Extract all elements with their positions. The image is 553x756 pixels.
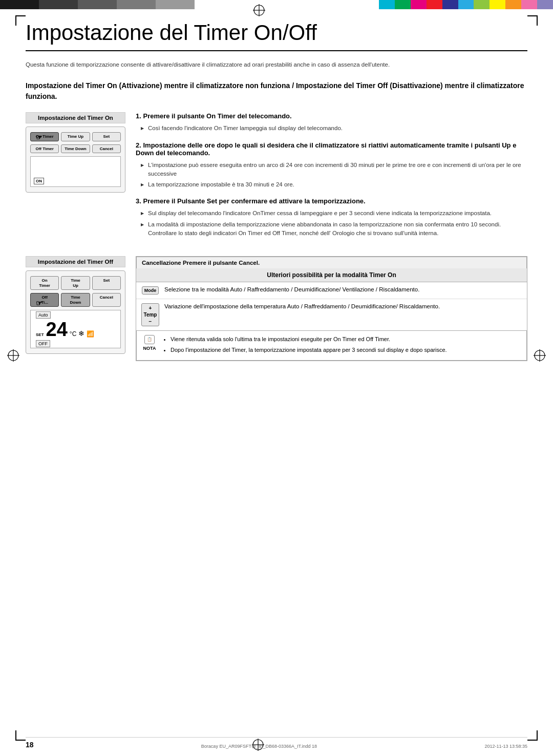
screen-fan-icon: ❄ (78, 329, 84, 338)
off-remote-buttons-top: OnTimer TimeUp Set (30, 276, 121, 290)
temp-button-icon[interactable]: + Temp − (141, 303, 160, 326)
step-3-bullets: Sul display del telecomando l'indicatore… (136, 209, 527, 238)
corner-mark-tr (527, 15, 538, 26)
step-3-title: 3. Premere il Pulsante Set per confermar… (136, 197, 527, 205)
footer-filename: Boracay EU_AR09FSFT@_IB_DB68-03366A_IT.i… (201, 744, 317, 749)
screen-signal-icon: 📶 (87, 330, 94, 338)
cancellazione-row: Cancellazione Premere il pulsante Cancel… (136, 257, 527, 268)
btn-time-up[interactable]: Time Up (61, 132, 90, 141)
nota-bullet-list: Viene ritenuta valida solo l'ultima tra … (162, 335, 447, 354)
ulteriori-table: Mode Selezione tra le modalità Auto / Ra… (136, 282, 527, 330)
nota-document-icon: 📋 (144, 335, 155, 344)
off-btn-set[interactable]: Set (92, 276, 121, 290)
off-btn-off-timer[interactable]: OffTi... ☞ (30, 293, 59, 307)
nota-bullet-1: Viene ritenuta valida solo l'ultima tra … (171, 335, 447, 344)
on-timer-remote: On Timer ☞ Time Up Set Off Timer T (26, 127, 125, 193)
intro-text: Questa funzione di temporizzazione conse… (26, 60, 527, 69)
step-1: 1. Premere il pulsante On Timer del tele… (136, 112, 527, 133)
corner-mark-bl (15, 730, 26, 741)
remote-buttons-top: On Timer ☞ Time Up Set (30, 132, 121, 141)
on-timer-left-panel: Impostazione del Timer On On Timer ☞ Tim… (26, 112, 125, 246)
screen-on-indicator: ON (34, 178, 44, 184)
mode-button-icon[interactable]: Mode (142, 286, 159, 295)
off-btn-time-up[interactable]: TimeUp (61, 276, 90, 290)
step-2-bullet-2: La temporizzazione impostabile è tra 30 … (141, 180, 527, 189)
btn-time-down[interactable]: Time Down (61, 144, 90, 154)
page-number: 18 (26, 741, 34, 749)
steps-list: 1. Premere il pulsante On Timer del tele… (136, 112, 527, 238)
off-btn-time-down[interactable]: TimeDown (61, 293, 90, 307)
ulteriori-mode-text: Selezione tra le modalità Auto / Raffred… (164, 286, 419, 292)
ulteriori-heading: Ulteriori possibilità per la modalità Ti… (136, 268, 527, 282)
corner-mark-tl (15, 15, 26, 26)
off-timer-label: Impostazione del Timer Off (26, 256, 125, 267)
off-btn-cancel[interactable]: Cancel (92, 293, 121, 307)
step-3: 3. Premere il Pulsante Set per confermar… (136, 197, 527, 238)
ulteriori-row-temp: + Temp − Variazione dell'impostazione de… (136, 299, 527, 330)
on-timer-label: Impostazione del Timer On (26, 112, 125, 123)
btn-on-timer[interactable]: On Timer ☞ (30, 132, 59, 141)
off-remote-buttons-bottom: OffTi... ☞ TimeDown Cancel (30, 293, 121, 307)
nota-icon-area: 📋 NOTA (142, 335, 157, 352)
remote-buttons-bottom: Off Timer Time Down Cancel (30, 144, 121, 154)
nota-label: NOTA (143, 345, 156, 352)
step-3-bullet-2: La modalità di impostazione della tempor… (141, 220, 527, 238)
btn-set[interactable]: Set (92, 132, 121, 141)
screen-off-label: OFF (36, 340, 50, 347)
step-1-title: 1. Premere il pulsante On Timer del tele… (136, 112, 527, 120)
footer-timestamp: 2012-11-13 13:58:35 (484, 744, 527, 749)
btn-off-timer[interactable]: Off Timer (30, 144, 59, 154)
off-timer-right-panel: Cancellazione Premere il pulsante Cancel… (136, 256, 527, 361)
on-timer-right-panel: 1. Premere il pulsante On Timer del tele… (136, 112, 527, 246)
nota-box: 📋 NOTA Viene ritenuta valida solo l'ulti… (136, 330, 527, 361)
registration-mark-right (533, 348, 547, 365)
nota-content: Viene ritenuta valida solo l'ultima tra … (162, 335, 447, 356)
step-2-bullet-1: L'impostazione può essere eseguita entro… (141, 161, 527, 179)
step-3-bullet-1: Sul display del telecomando l'indicatore… (141, 209, 527, 218)
off-finger-icon: ☞ (36, 299, 42, 308)
on-timer-section: Impostazione del Timer On On Timer ☞ Tim… (26, 112, 527, 246)
ulteriori-temp-text: Variazione dell'impostazione della tempe… (164, 303, 440, 309)
screen-set-label: SET (36, 332, 44, 337)
temp-icon-cell: + Temp − (141, 303, 159, 326)
off-timer-remote: OnTimer TimeUp Set OffTi... ☞ Time (26, 270, 125, 354)
section-heading: Impostazione del Timer On (Attivazione) … (26, 80, 527, 102)
screen-degree: °C (70, 330, 76, 338)
off-timer-screen: Auto SET 24 °C ❄ 📶 OFF (30, 310, 121, 348)
registration-mark-top (251, 2, 267, 18)
on-timer-screen: ON (30, 156, 121, 187)
off-timer-section: Impostazione del Timer Off OnTimer TimeU… (26, 256, 527, 361)
corner-mark-br (527, 730, 538, 741)
finger-icon: ☞ (36, 133, 42, 142)
step-2-title: 2. Impostazione delle ore dopo le quali … (136, 141, 527, 157)
step-1-bullet-1: Così facendo l'indicatore On Timer lampe… (141, 124, 527, 133)
step-2: 2. Impostazione delle ore dopo le quali … (136, 141, 527, 190)
nota-bullet-2: Dopo l'impostazione del Timer, la tempor… (171, 346, 447, 354)
page-footer: 18 Boracay EU_AR09FSFT@_IB_DB68-03366A_I… (26, 737, 527, 749)
page-title: Impostazione del Timer On/Off (26, 20, 527, 51)
mode-icon-cell: Mode (141, 286, 159, 295)
btn-cancel[interactable]: Cancel (92, 144, 121, 154)
off-btn-on-timer[interactable]: OnTimer (30, 276, 59, 290)
screen-auto-label: Auto (36, 311, 51, 319)
registration-mark-left (6, 348, 20, 365)
screen-temp: 24 (46, 320, 68, 339)
step-2-bullets: L'impostazione può essere eseguita entro… (136, 161, 527, 190)
ulteriori-row-mode: Mode Selezione tra le modalità Auto / Ra… (136, 282, 527, 299)
step-1-bullets: Così facendo l'indicatore On Timer lampe… (136, 124, 527, 133)
off-timer-left-panel: Impostazione del Timer Off OnTimer TimeU… (26, 256, 125, 361)
